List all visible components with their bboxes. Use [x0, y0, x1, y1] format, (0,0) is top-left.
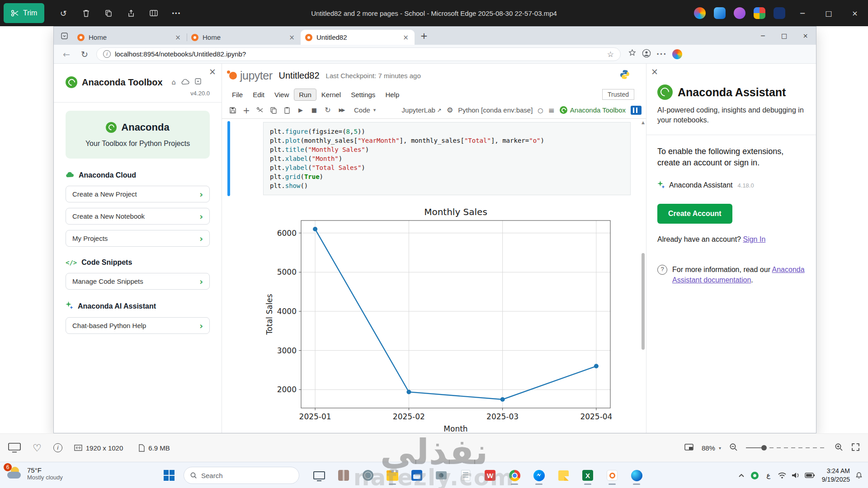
notebook-scrollbar[interactable]: ▲	[641, 119, 646, 433]
cut-cell-icon[interactable]	[254, 104, 266, 116]
globe-icon[interactable]	[358, 465, 378, 485]
menu-help[interactable]: Help	[381, 89, 404, 100]
menu-settings[interactable]: Settings	[346, 89, 380, 100]
screen-icon[interactable]	[8, 443, 21, 453]
tab-close-icon[interactable]: ×	[401, 33, 410, 42]
restart-kernel-icon[interactable]: ↻	[321, 104, 334, 116]
edge-restore-icon[interactable]: □	[774, 27, 795, 45]
create-account-button[interactable]: Create Account	[657, 204, 732, 224]
kernel-status-icon[interactable]: ○	[538, 107, 543, 114]
signin-link[interactable]: Sign In	[743, 235, 765, 243]
maximize-window-icon[interactable]: □	[816, 0, 842, 26]
restart-run-all-icon[interactable]: ▶▶	[335, 104, 348, 116]
copy-cell-icon[interactable]	[267, 104, 280, 116]
site-info-icon[interactable]: i	[103, 50, 111, 58]
sticky-notes-icon[interactable]	[553, 465, 573, 485]
taskbar-clock[interactable]: 3:24 AM 9/19/2025	[822, 467, 850, 484]
browser-menu-icon[interactable]: ···	[656, 50, 667, 58]
kernel-name[interactable]: Python [conda env:base]	[458, 106, 533, 114]
menu-view[interactable]: View	[270, 89, 293, 100]
toolbox-close-icon[interactable]: ×	[209, 67, 216, 76]
office-app-icon[interactable]	[754, 7, 765, 19]
video-trim-icon[interactable]	[145, 4, 163, 22]
my-projects-button[interactable]: My Projects ›	[66, 230, 210, 247]
refresh-icon[interactable]: ↻	[78, 48, 91, 61]
clipchamp-icon[interactable]	[734, 7, 745, 19]
notebook-title[interactable]: Untitled82	[279, 70, 320, 81]
favorite-heart-icon[interactable]: ♡	[33, 442, 42, 454]
notebook-scroll-area[interactable]: plt.figure(figsize=(8,5))plt.plot(monthl…	[222, 119, 646, 433]
more-icon[interactable]: •••	[167, 4, 185, 22]
tab-home-1[interactable]: Home ×	[73, 30, 187, 45]
tab-home-2[interactable]: Home ×	[187, 30, 301, 45]
tray-status-icon[interactable]	[750, 472, 760, 479]
manage-code-snippets-button[interactable]: Manage Code Snippets ›	[66, 273, 210, 290]
code-cell-input[interactable]: plt.figure(figsize=(8,5))plt.plot(monthl…	[263, 122, 631, 195]
copy-icon[interactable]	[99, 4, 118, 22]
tab-close-icon[interactable]: ×	[288, 33, 296, 42]
scroll-up-icon[interactable]: ▲	[641, 120, 646, 125]
settings-gear-icon[interactable]: ⚙	[447, 106, 453, 114]
copilot-icon[interactable]	[694, 7, 706, 19]
edge-minimize-icon[interactable]: ─	[752, 27, 774, 45]
assistant-close-icon[interactable]: ×	[651, 67, 658, 76]
taskbar-search[interactable]: Search	[184, 467, 299, 484]
anaconda-toolbox-toggle[interactable]: Anaconda Toolbox	[560, 106, 626, 114]
chrome-icon[interactable]	[505, 465, 524, 485]
tab-actions-icon[interactable]	[58, 30, 70, 42]
url-field[interactable]: i localhost:8954/notebooks/Untitled82.ip…	[96, 47, 621, 61]
menu-edit[interactable]: Edit	[248, 89, 269, 100]
edge-close-icon[interactable]: ×	[795, 27, 816, 45]
save-icon[interactable]	[226, 104, 239, 116]
wifi-icon[interactable]	[778, 472, 787, 479]
open-jupyterlab-link[interactable]: JupyterLab ↗	[402, 106, 442, 114]
fullscreen-icon[interactable]	[851, 443, 860, 453]
new-tab-button[interactable]: +	[417, 29, 431, 42]
favorites-bar-icon[interactable]	[628, 49, 637, 59]
profile-avatar-icon[interactable]	[642, 49, 651, 60]
tray-chevron-up-icon[interactable]	[737, 474, 746, 478]
right-panel-icon[interactable]	[631, 106, 642, 115]
back-icon[interactable]: ←	[60, 48, 73, 61]
display-icon[interactable]	[309, 465, 329, 485]
kernel-menu-icon[interactable]: ≡	[548, 106, 555, 115]
zoom-slider-thumb[interactable]	[761, 445, 767, 450]
tab-untitled82[interactable]: Untitled82 ×	[301, 30, 415, 45]
copilot-sidebar-icon[interactable]	[672, 49, 682, 59]
add-cell-icon[interactable]: +	[240, 104, 253, 116]
rotate-icon[interactable]: ↺	[54, 4, 72, 22]
camera-icon[interactable]	[431, 465, 451, 485]
trusted-button[interactable]: Trusted	[602, 89, 634, 100]
cell-type-dropdown[interactable]: Code ▾	[354, 106, 376, 114]
zoom-level-dropdown[interactable]: 88% ▾	[702, 444, 721, 452]
calendar-icon[interactable]	[407, 465, 427, 485]
trim-button[interactable]: Trim	[4, 3, 44, 23]
minimize-window-icon[interactable]: ─	[789, 0, 816, 26]
edge-icon[interactable]	[627, 465, 646, 485]
interrupt-kernel-icon[interactable]: ■	[308, 104, 321, 116]
zoom-out-icon[interactable]	[729, 443, 738, 453]
volume-icon[interactable]	[791, 472, 800, 479]
zoom-in-icon[interactable]	[835, 443, 843, 453]
start-button[interactable]	[159, 465, 179, 485]
cloud-icon[interactable]	[181, 78, 189, 86]
info-icon[interactable]: i	[53, 443, 62, 452]
w-app-icon[interactable]: W	[480, 465, 500, 485]
messenger-icon[interactable]	[529, 465, 549, 485]
notepad-icon[interactable]	[456, 465, 476, 485]
excel-icon[interactable]: X	[578, 465, 598, 485]
menu-kernel[interactable]: Kernel	[317, 89, 345, 100]
language-indicator[interactable]: ع	[764, 471, 773, 479]
file-explorer-icon[interactable]	[382, 465, 402, 485]
favorite-star-icon[interactable]: ☆	[607, 50, 614, 59]
weather-widget[interactable]: 6 75°F Mostly cloudy	[6, 465, 63, 482]
designer-app-icon[interactable]	[774, 7, 785, 19]
battery-icon[interactable]	[805, 473, 815, 478]
paste-cell-icon[interactable]	[281, 104, 293, 116]
tab-close-icon[interactable]: ×	[174, 33, 182, 42]
run-cell-icon[interactable]: ▶	[294, 104, 307, 116]
chat-python-help-button[interactable]: Chat-based Python Help ›	[66, 317, 210, 334]
menu-file[interactable]: File	[227, 89, 247, 100]
home-icon[interactable]: ⌂	[172, 78, 176, 86]
menu-run[interactable]: Run	[294, 89, 316, 100]
